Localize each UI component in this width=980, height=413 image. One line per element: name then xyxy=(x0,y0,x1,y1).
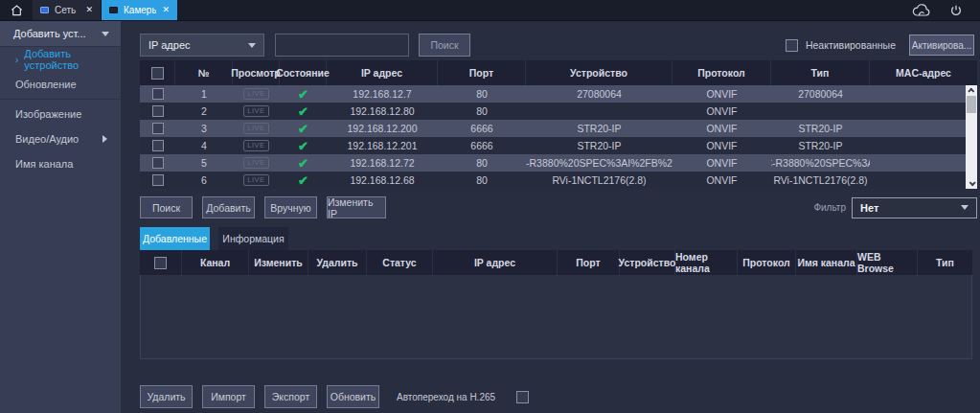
inactive-checkbox[interactable] xyxy=(786,39,798,52)
sidebar-item-0[interactable]: ›Добавить устройство xyxy=(0,47,121,72)
column-header: Номер канала xyxy=(675,250,738,275)
import-button[interactable]: Импорт xyxy=(202,385,255,408)
search-button[interactable]: Поиск xyxy=(140,196,193,218)
manual-button[interactable]: Вручную xyxy=(264,196,317,218)
column-header: Устройство xyxy=(526,60,672,85)
port-cell: 80 xyxy=(438,172,526,189)
row-checkbox[interactable] xyxy=(152,123,164,134)
export-button[interactable]: Экспорт xyxy=(264,385,317,408)
device-row[interactable]: 3LIVE✔192.168.12.2006666STR20-IPONVIFSTR… xyxy=(140,120,966,137)
search-input[interactable] xyxy=(275,34,409,57)
column-header: Имя канала xyxy=(796,250,857,275)
live-preview-button[interactable]: LIVE xyxy=(243,105,268,117)
status-ok-icon: ✔ xyxy=(298,123,308,135)
sidebar-item-4[interactable]: Имя канала xyxy=(0,151,121,176)
mac-cell xyxy=(870,154,966,172)
column-header: Порт xyxy=(558,250,620,275)
row-checkbox[interactable] xyxy=(152,105,164,117)
sidebar-item-label: Изображение xyxy=(15,108,81,120)
sidebar-item-2[interactable]: Изображение xyxy=(0,102,121,126)
sidebar-group-label: Добавить уст... xyxy=(13,28,102,39)
live-preview-button[interactable]: LIVE xyxy=(243,140,268,151)
bottom-actions-row: Удалить Импорт Экспорт Обновить Автопере… xyxy=(140,385,980,408)
select-all-header-cell xyxy=(140,250,182,275)
row-checkbox-cell xyxy=(140,103,175,120)
device-row[interactable]: 1LIVE✔192.168.12.78027080064ONVIF2708006… xyxy=(140,85,966,103)
change-ip-button[interactable]: Изменить IP xyxy=(327,196,386,218)
scrollbar-thumb[interactable] xyxy=(967,96,976,113)
tab-cameras[interactable]: Камеры ✕ xyxy=(102,0,178,20)
ip-cell: 192.168.12.80 xyxy=(327,103,438,120)
device-cell: RVi-1NCTL2176(2.8) xyxy=(526,172,672,189)
select-all-checkbox[interactable] xyxy=(151,67,164,80)
tab-network-label: Сеть xyxy=(55,5,80,15)
close-tab-icon[interactable]: ✕ xyxy=(162,6,170,14)
tab-network[interactable]: Сеть ✕ xyxy=(33,0,102,20)
filter-select[interactable]: Нет xyxy=(852,197,977,218)
live-preview-button[interactable]: LIVE xyxy=(243,174,268,186)
status-cell: ✔ xyxy=(280,103,327,120)
search-field-select[interactable]: IP адрес xyxy=(140,34,264,57)
refresh-button[interactable]: Обновить xyxy=(327,385,379,408)
row-checkbox[interactable] xyxy=(152,157,164,169)
device-row[interactable]: 2LIVE✔192.168.12.8080ONVIF xyxy=(140,103,966,120)
live-preview-button[interactable]: LIVE xyxy=(243,88,268,100)
live-preview-button[interactable]: LIVE xyxy=(243,157,268,169)
tab-added-devices[interactable]: Добавленные xyxy=(140,227,210,250)
column-header: Удалить xyxy=(308,250,367,275)
home-button[interactable] xyxy=(0,0,33,20)
device-cell: 27080064 xyxy=(526,85,672,103)
add-button[interactable]: Добавить xyxy=(202,196,255,218)
sidebar-item-3[interactable]: Видео/Аудио xyxy=(0,126,121,151)
delete-button[interactable]: Удалить xyxy=(140,385,193,408)
submenu-arrow-icon xyxy=(103,135,107,143)
port-cell: 80 xyxy=(438,154,526,172)
sidebar-group-selector[interactable]: Добавить уст... xyxy=(0,21,121,47)
row-checkbox[interactable] xyxy=(152,88,164,100)
select-all-checkbox[interactable] xyxy=(154,257,167,269)
ip-cell: 192.168.12.72 xyxy=(327,154,438,172)
chevron-down-icon xyxy=(248,43,256,48)
search-button-top[interactable]: Поиск xyxy=(419,34,470,57)
scrollbar[interactable] xyxy=(966,85,977,189)
row-checkbox[interactable] xyxy=(152,174,164,186)
activate-button[interactable]: Активирова... xyxy=(909,34,974,56)
live-preview-button[interactable]: LIVE xyxy=(243,123,268,134)
device-row[interactable]: 4LIVE✔192.168.12.2016666STR20-IPONVIFSTR… xyxy=(140,137,966,154)
protocol-cell: ONVIF xyxy=(672,154,771,172)
mac-cell xyxy=(870,120,966,137)
column-header: MAC-адрес xyxy=(870,60,977,85)
protocol-cell: ONVIF xyxy=(672,85,771,103)
tab-information[interactable]: Информация xyxy=(218,227,288,250)
scroll-up-icon[interactable] xyxy=(966,85,977,96)
device-row[interactable]: 5LIVE✔192.168.12.7280TC-R3880%20SPEC%3AI… xyxy=(140,154,966,172)
device-row[interactable]: 6LIVE✔192.168.12.6880RVi-1NCTL2176(2.8)O… xyxy=(140,172,966,189)
close-tab-icon[interactable]: ✕ xyxy=(85,6,93,14)
type-cell: TC-R3880%20SPEC%3AI.. xyxy=(771,154,870,172)
h265-auto-label: Автопереход на H.265 xyxy=(397,392,495,402)
discovered-devices-table: №ПросмотрСостояниеIP адресПортУстройство… xyxy=(140,60,977,189)
top-bar: Сеть ✕ Камеры ✕ xyxy=(0,0,980,21)
column-header: Изменить xyxy=(249,250,308,275)
type-cell: STR20-IP xyxy=(771,137,870,154)
power-button[interactable] xyxy=(946,3,967,18)
cloud-button[interactable] xyxy=(911,3,932,18)
chevron-down-icon xyxy=(102,32,109,36)
row-checkbox[interactable] xyxy=(152,140,164,151)
protocol-cell: ONVIF xyxy=(672,120,771,137)
ip-cell: 192.168.12.201 xyxy=(327,137,438,154)
scroll-down-icon[interactable] xyxy=(966,178,977,189)
device-actions-row: Поиск Добавить Вручную Изменить IP Фильт… xyxy=(140,196,977,218)
sidebar-item-1[interactable]: Обновление xyxy=(0,72,121,97)
mac-cell xyxy=(870,103,966,120)
protocol-cell: ONVIF xyxy=(672,172,771,189)
status-ok-icon: ✔ xyxy=(298,140,308,152)
status-cell: ✔ xyxy=(280,154,327,172)
status-ok-icon: ✔ xyxy=(298,157,308,170)
h265-auto-checkbox[interactable] xyxy=(516,391,529,403)
home-icon xyxy=(10,4,24,17)
preview-cell: LIVE xyxy=(233,120,280,137)
filter-value: Нет xyxy=(860,202,961,214)
chevron-down-icon xyxy=(961,205,969,210)
filter-group: Фильтр Нет xyxy=(813,197,977,218)
